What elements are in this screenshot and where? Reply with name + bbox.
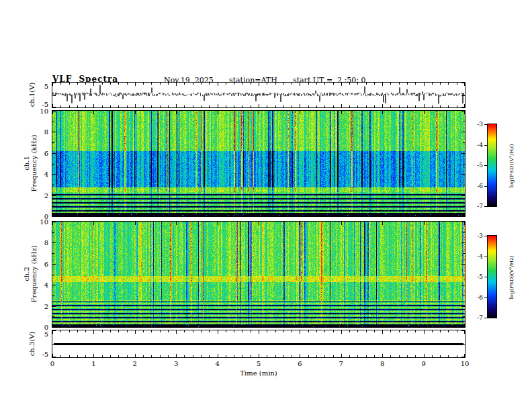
colorbar-tick-mark (484, 298, 487, 298)
ch2-spectrogram-canvas (52, 222, 465, 327)
colorbar-tick-mark (484, 257, 487, 257)
y-tick-label: 6 (44, 149, 48, 156)
x-tick-label: 2 (133, 360, 137, 367)
ch1-waveform-canvas (52, 83, 465, 107)
y-tick-label: 4 (44, 281, 48, 289)
colorbar-tick-label: -3 (477, 232, 483, 239)
colorbar-ch2 (487, 235, 497, 318)
ch1-spectrogram-panel (52, 110, 466, 217)
y-tick-label: 5 (44, 330, 48, 338)
colorbar-tick-mark (484, 277, 487, 277)
colorbar-tick-label: -4 (477, 142, 483, 148)
x-tick-label: 0 (50, 360, 54, 367)
ylabel-ch1-frequency-line2: Frequency (kHz) (30, 134, 38, 191)
x-tick-label: 3 (174, 360, 178, 367)
ylabel-ch2-frequency-line2: Frequency (kHz) (30, 245, 38, 302)
colorbar-tick-label: -6 (477, 183, 483, 189)
ylabel-ch3-volts: ch.3(V) (28, 332, 36, 357)
y-tick-label: 10 (40, 107, 48, 115)
x-tick-label: 7 (339, 360, 343, 367)
colorbar-ch1-canvas (488, 124, 496, 206)
colorbar-tick-mark (484, 318, 487, 318)
y-tick-label: 5 (44, 83, 48, 90)
colorbar-tick-mark (484, 165, 487, 166)
ylabel-ch1-frequency-line1: ch.1 (23, 134, 30, 191)
colorbar-ch2-label: log(PSD)(V²/Hz) (508, 255, 515, 299)
colorbar-tick-mark (484, 124, 487, 125)
ylabel-ch2-frequency: ch.2 Frequency (kHz) (23, 245, 38, 302)
y-tick-label: 10 (40, 218, 48, 226)
y-tick-label: -5 (42, 351, 48, 358)
x-tick-label: 5 (257, 360, 261, 367)
colorbar-tick-label: -7 (477, 314, 483, 321)
colorbar-tick-label: -3 (477, 121, 483, 128)
colorbar-tick-label: -6 (477, 294, 483, 301)
ch2-spectrogram-panel (52, 221, 466, 328)
colorbar-tick-mark (484, 206, 487, 207)
ch1-spectrogram-canvas (52, 111, 465, 216)
x-tick-label: 9 (421, 360, 425, 367)
ylabel-ch2-frequency-line1: ch.2 (23, 245, 30, 302)
colorbar-tick-mark (484, 236, 487, 236)
colorbar-tick-mark (484, 145, 487, 146)
ch3-voltage-panel (52, 330, 466, 358)
y-tick-label: 8 (44, 239, 48, 246)
x-axis-label: Time (min) (240, 369, 277, 377)
y-tick-label: 6 (44, 260, 48, 267)
x-tick-label: 10 (461, 360, 470, 367)
x-tick-label: 6 (298, 360, 302, 367)
ylabel-ch1-frequency: ch.1 Frequency (kHz) (23, 134, 38, 191)
x-tick-label: 4 (215, 360, 219, 367)
colorbar-ch1-label: log(PSD)(V²/Hz) (508, 144, 515, 187)
colorbar-tick-label: -7 (477, 203, 483, 210)
x-tick-label: 1 (91, 360, 95, 367)
colorbar-tick-mark (484, 186, 487, 187)
y-tick-label: 2 (44, 191, 48, 199)
colorbar-ch2-canvas (488, 236, 496, 318)
colorbar-tick-label: -4 (477, 253, 483, 260)
x-tick-label: 8 (380, 360, 384, 367)
vlf-spectra-figure: VLF Spectra Nov.19, 2025 station=ATH sta… (0, 0, 532, 411)
colorbar-tick-label: -5 (477, 162, 483, 169)
colorbar-ch1 (487, 124, 497, 207)
ch1-voltage-panel (52, 82, 466, 108)
y-tick-label: 8 (44, 128, 48, 136)
y-tick-label: 2 (44, 302, 48, 310)
ch3-waveform-canvas (52, 330, 465, 357)
y-tick-label: 4 (44, 171, 48, 178)
colorbar-tick-label: -5 (477, 273, 483, 280)
ylabel-ch1-volts: ch.1(V) (28, 83, 36, 107)
